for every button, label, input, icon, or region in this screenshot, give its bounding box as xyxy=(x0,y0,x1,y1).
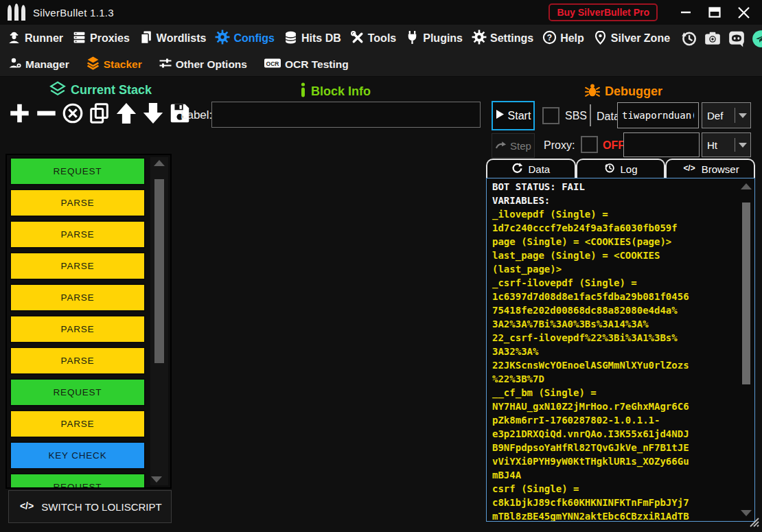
menu-label: Settings xyxy=(490,32,533,45)
refresh-icon xyxy=(511,162,523,176)
clear-stack-icon[interactable] xyxy=(60,100,85,126)
chevron-down-icon xyxy=(735,113,750,118)
move-down-icon[interactable] xyxy=(141,100,165,126)
menu-item-hits-db[interactable]: Hits DB xyxy=(284,30,341,47)
output-line: __cf_bm (Single) = xyxy=(492,386,749,400)
history-icon[interactable] xyxy=(679,29,698,48)
menu-item-configs[interactable]: Configs xyxy=(215,30,275,47)
tab-label: Log xyxy=(620,163,637,175)
stack-block-parse[interactable]: PARSE xyxy=(10,315,146,343)
output-line: 1d7c240cccf7eb24f9a3fa6030fb059f xyxy=(492,221,749,235)
play-icon xyxy=(496,109,505,122)
add-block-icon[interactable] xyxy=(7,100,32,126)
menu-item-wordlists[interactable]: Wordlists xyxy=(139,30,207,47)
scroll-up-icon[interactable] xyxy=(741,183,752,189)
sbs-checkbox[interactable] xyxy=(542,107,559,124)
telegram-icon[interactable] xyxy=(751,29,762,48)
debug-output-panel[interactable]: BOT STATUS: FAIL VARIABLES: _ilovepdf (S… xyxy=(486,178,755,522)
menu-item-tools[interactable]: Tools xyxy=(350,30,396,47)
camera-icon[interactable] xyxy=(703,29,722,48)
stack-block-parse[interactable]: PARSE xyxy=(10,252,146,280)
layers-icon xyxy=(86,56,100,73)
tools-icon xyxy=(350,30,365,47)
window-controls xyxy=(674,3,755,22)
menu-label: Plugins xyxy=(423,32,463,45)
move-up-icon[interactable] xyxy=(114,100,139,126)
output-line: csrf (Single) = xyxy=(492,482,749,496)
menu-item-plugins[interactable]: Plugins xyxy=(405,30,463,47)
stack-block-request[interactable]: REQUEST xyxy=(10,473,146,489)
stack-block-request[interactable]: REQUEST xyxy=(10,157,146,185)
menu-item-silver-zone[interactable]: Silver Zone xyxy=(593,30,670,47)
stack-block-parse[interactable]: PARSE xyxy=(10,220,146,248)
code-icon: </> xyxy=(682,163,697,175)
menu-item-proxies[interactable]: Proxies xyxy=(72,30,130,47)
stack-block-request[interactable]: REQUEST xyxy=(10,378,146,406)
proxy-checkbox[interactable] xyxy=(581,136,598,153)
stack-block-parse[interactable]: PARSE xyxy=(10,284,146,312)
block-info-title: Block Info xyxy=(311,84,371,99)
output-line: 75418fe202d00868dc88a82080e4d4a% xyxy=(492,303,749,317)
tab-label: Data xyxy=(528,163,550,175)
menu-item-runner[interactable]: Runner xyxy=(7,30,63,47)
stack-scrollbar[interactable] xyxy=(150,157,168,485)
proxy-status-badge: OFF xyxy=(603,139,625,152)
step-button[interactable]: Step xyxy=(492,133,535,158)
debug-data-input[interactable] xyxy=(617,102,699,128)
scrollbar-thumb[interactable] xyxy=(154,179,164,363)
maximize-button[interactable] xyxy=(703,3,726,22)
output-line: c8k1bjkJ89cfk60KHKNINFKTnFmFpbJYj7 xyxy=(492,496,749,509)
discord-icon[interactable] xyxy=(727,29,746,48)
chevron-down-icon xyxy=(735,143,750,148)
menu-item-settings[interactable]: Settings xyxy=(472,30,533,47)
start-button[interactable]: Start xyxy=(492,101,535,130)
tab-data[interactable]: Data xyxy=(486,159,576,178)
menu-label: Configs xyxy=(233,32,275,45)
output-scrollbar[interactable] xyxy=(740,181,752,519)
scroll-down-icon[interactable] xyxy=(741,510,752,516)
tab-browser[interactable]: </> Browser xyxy=(665,159,755,178)
svg-text:OCR: OCR xyxy=(266,60,279,67)
stack-block-keycheck[interactable]: KEY CHECK xyxy=(10,441,146,470)
submenu-item-ocr-testing[interactable]: OCR OCR Testing xyxy=(264,56,349,73)
submenu-item-other-options[interactable]: Other Options xyxy=(159,56,247,73)
switch-to-loliscript-button[interactable]: </> SWITCH TO LOLISCRIPT xyxy=(8,490,172,523)
wordlists-icon xyxy=(139,30,153,47)
data-type-dropdown[interactable]: Def xyxy=(702,102,751,128)
tab-log[interactable]: Log xyxy=(576,159,666,178)
menu-label: Proxies xyxy=(90,32,130,45)
resize-grip[interactable] xyxy=(748,516,759,530)
history-icon xyxy=(603,162,615,176)
proxy-type-dropdown[interactable]: Ht xyxy=(702,132,751,157)
buy-pro-button[interactable]: Buy SilverBullet Pro xyxy=(549,3,658,21)
close-button[interactable] xyxy=(732,3,755,22)
debugger-tabs: Data Log </> Browser xyxy=(486,159,755,178)
minimize-button[interactable] xyxy=(674,3,697,22)
svg-text:</>: </> xyxy=(683,163,695,173)
submenu-item-stacker[interactable]: Stacker xyxy=(86,56,142,73)
gear-icon xyxy=(472,30,487,47)
sliders-icon xyxy=(159,56,172,73)
proxy-input[interactable] xyxy=(623,132,700,157)
stack-block-parse[interactable]: PARSE xyxy=(10,347,146,375)
scroll-down-icon[interactable] xyxy=(151,476,162,483)
output-line: mBJ4A xyxy=(492,468,749,482)
stack-block-parse[interactable]: PARSE xyxy=(10,410,146,438)
output-line: _ilovepdf (Single) = xyxy=(492,207,749,221)
scroll-up-icon[interactable] xyxy=(154,160,165,166)
menu-item-help[interactable]: ? Help xyxy=(542,30,584,47)
data-type-value: Def xyxy=(702,110,735,122)
main-menu-bar: Runner Proxies Wordlists Configs Hits DB… xyxy=(0,25,762,52)
app-window: SilverBullet 1.1.3 Buy SilverBullet Pro … xyxy=(0,0,762,532)
remove-block-icon[interactable] xyxy=(34,100,58,126)
step-label: Step xyxy=(510,140,531,152)
submenu-item-manager[interactable]: Manager xyxy=(8,56,69,73)
output-line: 22_csrf-ilovepdf%22%3Bi%3A1%3Bs% xyxy=(492,331,749,345)
scrollbar-thumb[interactable] xyxy=(742,203,750,384)
stack-block-parse[interactable]: PARSE xyxy=(10,189,146,217)
submenu-label: Stacker xyxy=(104,58,142,71)
duplicate-block-icon[interactable] xyxy=(87,100,112,126)
divider xyxy=(590,104,591,126)
block-label-input[interactable] xyxy=(211,102,481,128)
configs-gear-icon xyxy=(215,30,230,47)
